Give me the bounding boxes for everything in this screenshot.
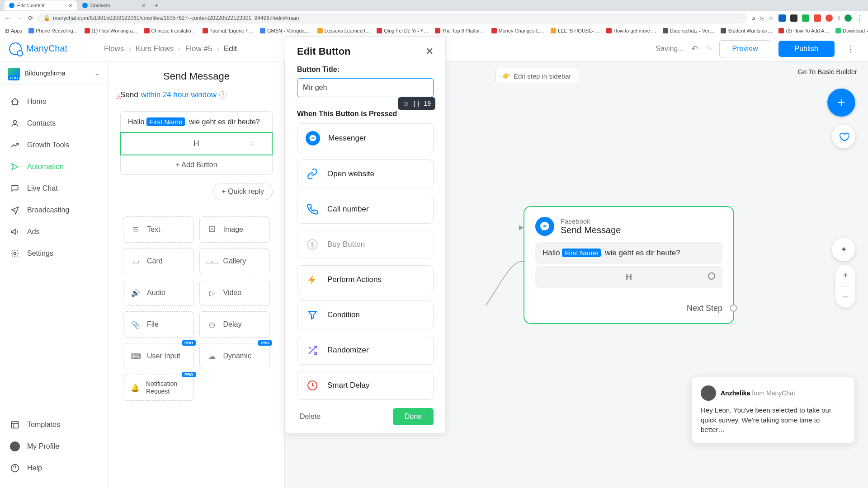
- action-call-number[interactable]: Call number: [297, 195, 434, 224]
- attach-gallery[interactable]: ▭▭Gallery: [199, 248, 270, 274]
- breadcrumb-item[interactable]: Kurs Flows: [136, 44, 174, 53]
- next-step[interactable]: Next Step: [535, 304, 722, 313]
- close-icon[interactable]: ✕: [425, 46, 434, 57]
- message-text[interactable]: Hallo First Name, wie geht es dir heute?: [121, 112, 272, 132]
- braces-icon[interactable]: { }: [413, 100, 419, 107]
- edit-step-pill[interactable]: 👉 Edit step in sidebar: [495, 68, 578, 84]
- share-icon[interactable]: ⎘: [760, 14, 764, 22]
- attach-text[interactable]: ☰Text: [123, 216, 194, 243]
- bookmark-item[interactable]: Phone Recycling…: [28, 28, 78, 33]
- tab-close-icon[interactable]: ×: [142, 2, 146, 9]
- sidebar-item-home[interactable]: Home: [0, 91, 108, 113]
- action-smart-delay[interactable]: Smart Delay: [297, 371, 434, 400]
- extension-icon[interactable]: [790, 14, 797, 22]
- support-popup[interactable]: Anzhelika from ManyChat Hey Leon, You've…: [692, 377, 854, 443]
- attach-card[interactable]: ▭Card: [123, 248, 194, 274]
- variable-chip[interactable]: First Name: [146, 117, 185, 126]
- bookmark-item[interactable]: Student Wants an…: [721, 28, 772, 33]
- avatar-icon[interactable]: [844, 14, 852, 22]
- sidebar-item-livechat[interactable]: Live Chat: [0, 178, 108, 199]
- back-icon[interactable]: ←: [5, 14, 11, 22]
- send-window-link[interactable]: within 24 hour window: [141, 90, 217, 99]
- preview-button[interactable]: Preview: [719, 40, 771, 57]
- attach-notification[interactable]: 🔔Notification RequestPRO: [123, 375, 194, 401]
- bookmark-item[interactable]: Money Changes E…: [491, 28, 545, 33]
- star-icon[interactable]: ☆: [768, 14, 774, 22]
- breadcrumb-item[interactable]: Flow #5: [185, 44, 212, 53]
- sidebar-item-templates[interactable]: Templates: [0, 414, 108, 436]
- zoom-in-button[interactable]: +: [835, 265, 855, 286]
- extension-icon[interactable]: [814, 14, 821, 22]
- sidebar-item-growth[interactable]: Growth Tools: [0, 134, 108, 156]
- node-handle-icon[interactable]: [708, 272, 715, 280]
- breadcrumb-item[interactable]: Flows: [104, 44, 124, 53]
- bookmark-item[interactable]: Tutorial: Eigene F…: [203, 28, 254, 33]
- action-randomizer[interactable]: Randomizer: [297, 336, 434, 365]
- sidebar-item-help[interactable]: Help: [0, 457, 108, 479]
- bookmark-item[interactable]: Download - Cooki…: [835, 28, 868, 33]
- more-menu-icon[interactable]: ⋮: [842, 41, 859, 56]
- node-handle-icon[interactable]: ○: [249, 139, 254, 148]
- bookmark-item[interactable]: The Top 3 Platfor…: [435, 28, 485, 33]
- zoom-out-button[interactable]: −: [835, 286, 855, 308]
- action-perform-actions[interactable]: Perform Actions: [297, 265, 434, 294]
- undo-icon[interactable]: ↶: [691, 44, 698, 54]
- delete-button[interactable]: Delete: [297, 408, 323, 425]
- attach-audio[interactable]: 🔊Audio: [123, 280, 194, 306]
- info-icon[interactable]: ?: [219, 91, 226, 99]
- redo-icon[interactable]: ↷: [705, 44, 712, 54]
- logo[interactable]: ManyChat: [9, 42, 104, 55]
- favorite-fab[interactable]: [832, 125, 855, 148]
- attach-userinput[interactable]: ⌨User InputPRO: [123, 343, 194, 369]
- attach-delay[interactable]: ◷Delay: [199, 311, 270, 338]
- extension-icon[interactable]: [778, 14, 786, 22]
- sidebar-item-automation[interactable]: Automation: [0, 156, 108, 178]
- extension-icon[interactable]: [826, 14, 833, 22]
- quick-reply-button[interactable]: + Quick reply: [213, 183, 273, 200]
- bookmark-item[interactable]: ⊞Apps: [5, 28, 22, 34]
- bookmark-item[interactable]: Qing Fei De Yi - Y…: [377, 28, 429, 33]
- sidebar-item-ads[interactable]: Ads: [0, 221, 108, 243]
- attach-dynamic[interactable]: ☁DynamicPRO: [199, 343, 270, 369]
- bookmark-item[interactable]: LEE 'S HOUSE- …: [551, 28, 600, 33]
- attach-file[interactable]: 📎File: [123, 311, 194, 338]
- message-button-row[interactable]: H ○: [120, 132, 273, 155]
- reload-icon[interactable]: ⟳: [28, 14, 33, 22]
- action-messenger[interactable]: Messenger: [297, 123, 434, 153]
- bookmark-item[interactable]: How to get more …: [606, 28, 656, 33]
- browser-tab[interactable]: Edit Content ×: [5, 0, 77, 10]
- message-card[interactable]: Hallo First Name, wie geht es dir heute?…: [120, 111, 273, 175]
- action-condition[interactable]: Condition: [297, 300, 434, 329]
- basic-builder-link[interactable]: Go To Basic Builder: [798, 68, 857, 75]
- attach-image[interactable]: 🖼Image: [199, 216, 270, 243]
- url-field[interactable]: 🔒 manychat.com/fb198150208192061/cms/fil…: [38, 13, 747, 23]
- add-node-fab[interactable]: +: [827, 89, 855, 117]
- add-button-row[interactable]: + Add Button: [121, 155, 272, 174]
- bookmark-item[interactable]: (2) How To Add A…: [778, 28, 829, 33]
- forward-icon[interactable]: →: [16, 14, 23, 22]
- node-handle-icon[interactable]: [730, 305, 737, 312]
- translate-icon[interactable]: ᴀ: [752, 14, 755, 22]
- node-button[interactable]: H: [535, 266, 722, 288]
- extension-icon[interactable]: [802, 14, 809, 22]
- sidebar-item-broadcasting[interactable]: Broadcasting: [0, 199, 108, 221]
- emoji-icon[interactable]: ☺: [402, 100, 409, 107]
- menu-icon[interactable]: ⋮: [856, 14, 863, 23]
- extension-puzzle-icon[interactable]: ⫴: [837, 14, 840, 22]
- sidebar-item-profile[interactable]: My Profile: [0, 436, 108, 457]
- bookmark-item[interactable]: Chinese translatio…: [144, 28, 196, 33]
- new-tab-button[interactable]: +: [151, 0, 162, 10]
- account-selector[interactable]: PRO Bildungsfirma ⌄: [0, 61, 108, 84]
- attach-video[interactable]: ▷Video: [199, 280, 270, 306]
- sidebar-item-contacts[interactable]: Contacts: [0, 113, 108, 134]
- button-title-input[interactable]: [297, 78, 434, 97]
- flow-node[interactable]: Facebook Send Message Hallo First Name, …: [524, 206, 734, 324]
- browser-tab[interactable]: Contacts ×: [78, 0, 150, 10]
- bookmark-item[interactable]: GMSN - Vologda,…: [260, 28, 311, 33]
- bookmark-item[interactable]: Lessons Learned f…: [317, 28, 371, 33]
- tab-close-icon[interactable]: ×: [69, 2, 72, 9]
- sidebar-item-settings[interactable]: Settings: [0, 243, 108, 264]
- bookmark-item[interactable]: Datenschutz - Ver…: [663, 28, 714, 33]
- publish-button[interactable]: Publish: [778, 41, 835, 57]
- action-open-website[interactable]: Open website: [297, 160, 434, 188]
